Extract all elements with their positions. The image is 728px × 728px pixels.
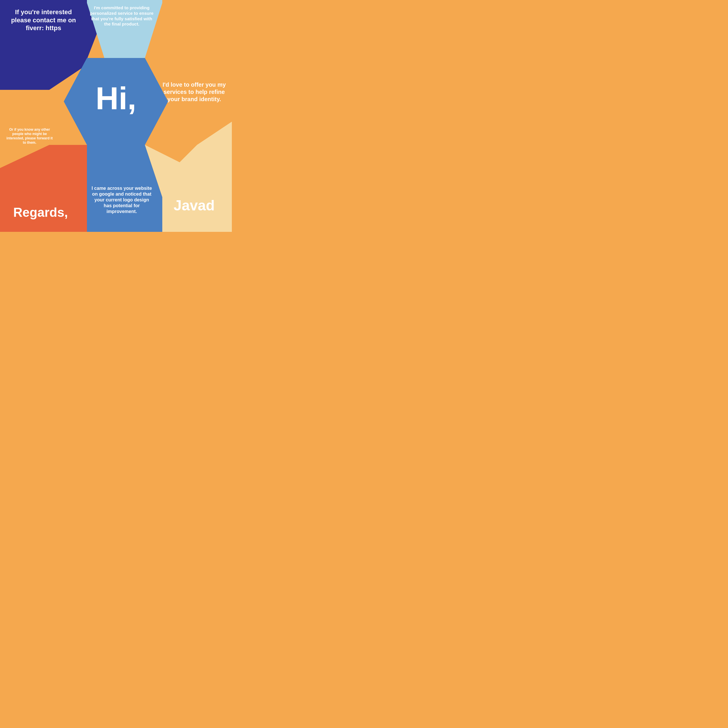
- bottom-right-text: Javad: [162, 196, 226, 215]
- topleft-text: If you're interested please contact me o…: [6, 8, 81, 32]
- bottom-left-text: Regards,: [6, 204, 75, 220]
- svg-marker-2: [162, 0, 232, 145]
- bottom-center-text: I came across your website on google and…: [90, 185, 154, 214]
- left-small-text: Or if you know any other people who migh…: [6, 127, 53, 145]
- main-container: If you're interested please contact me o…: [0, 0, 232, 232]
- right-text: I'd love to offer you my services to hel…: [162, 81, 226, 103]
- topcenter-text: I'm committed to providing personalized …: [90, 5, 154, 27]
- center-hi-text: Hi,: [78, 78, 154, 118]
